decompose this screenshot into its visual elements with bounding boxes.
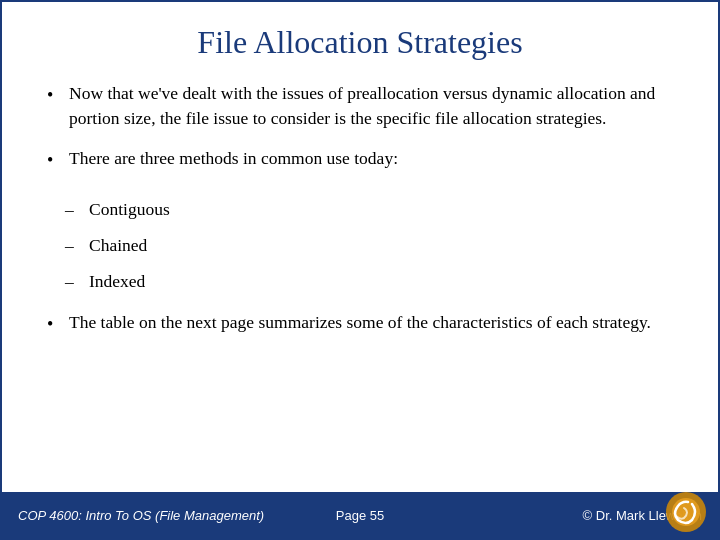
footer-center-text: Page 55 — [336, 508, 384, 523]
sub-item-contiguous: – Contiguous — [65, 193, 673, 225]
footer-left-text: COP 4600: Intro To OS (File Management) — [18, 508, 264, 523]
bullet-dot-3: • — [47, 311, 69, 337]
bullet-item-2: • There are three methods in common use … — [47, 146, 673, 173]
slide-content: • Now that we've dealt with the issues o… — [2, 71, 718, 492]
sub-text-contiguous: Contiguous — [89, 196, 673, 222]
sub-text-indexed: Indexed — [89, 268, 673, 294]
logo-icon — [664, 490, 708, 534]
bullet-text-2: There are three methods in common use to… — [69, 146, 673, 171]
slide-header: File Allocation Strategies — [2, 2, 718, 71]
sub-item-indexed: – Indexed — [65, 265, 673, 297]
sub-text-chained: Chained — [89, 232, 673, 258]
sub-dash-3: – — [65, 268, 89, 294]
bullet-item-3: • The table on the next page summarizes … — [47, 310, 673, 337]
slide-footer: COP 4600: Intro To OS (File Management) … — [2, 492, 718, 538]
bullet-text-1: Now that we've dealt with the issues of … — [69, 81, 673, 132]
bullet-item-1: • Now that we've dealt with the issues o… — [47, 81, 673, 132]
sub-items-list: – Contiguous – Chained – Indexed — [65, 193, 673, 298]
bullet-text-3: The table on the next page summarizes so… — [69, 310, 673, 335]
slide-title: File Allocation Strategies — [42, 24, 678, 61]
sub-dash-2: – — [65, 232, 89, 258]
sub-dash-1: – — [65, 196, 89, 222]
bullet-dot-2: • — [47, 147, 69, 173]
slide: File Allocation Strategies • Now that we… — [0, 0, 720, 540]
sub-item-chained: – Chained — [65, 229, 673, 261]
bullet-dot-1: • — [47, 82, 69, 108]
